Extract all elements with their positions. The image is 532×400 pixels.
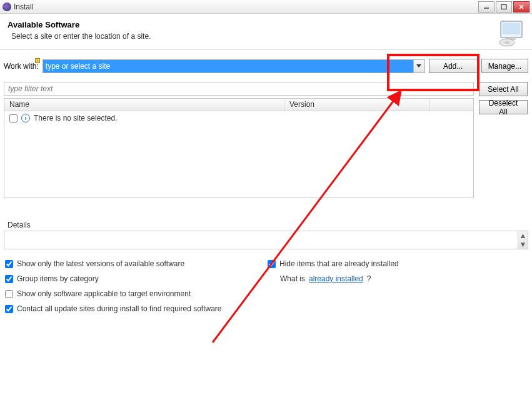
check-latest-versions-box[interactable] <box>5 260 13 268</box>
svg-point-8 <box>504 41 509 44</box>
check-applicable-environment-box[interactable] <box>5 290 13 298</box>
maximize-button[interactable] <box>496 1 512 12</box>
details-box[interactable]: ▲ ▼ <box>4 231 528 249</box>
whatis-prefix: What is <box>280 274 305 283</box>
page-title: Available Software <box>8 20 524 29</box>
check-group-by-category-label: Group items by category <box>17 274 99 283</box>
content-assist-decorator-icon: i <box>35 58 40 63</box>
column-version[interactable]: Version <box>284 99 429 111</box>
options-left-column: Show only the latest versions of availab… <box>5 259 268 313</box>
scroll-up-icon: ▲ <box>519 231 527 240</box>
window-buttons <box>478 1 529 12</box>
filter-field[interactable] <box>4 82 474 96</box>
filter-input[interactable] <box>7 84 471 94</box>
close-button[interactable] <box>513 1 529 12</box>
manage-button[interactable]: Manage... <box>481 59 528 73</box>
check-applicable-environment-label: Show only software applicable to target … <box>17 289 191 298</box>
table-row: i There is no site selected. <box>9 114 468 122</box>
work-with-input[interactable] <box>43 60 413 72</box>
titlebar: Install <box>0 0 532 14</box>
software-area: Name Version i There is no site selected… <box>0 98 532 198</box>
options-area: Show only the latest versions of availab… <box>0 249 532 317</box>
chevron-down-icon <box>416 64 421 68</box>
info-icon: i <box>21 114 30 122</box>
app-icon <box>3 2 11 11</box>
svg-rect-1 <box>501 4 506 9</box>
work-with-row: Work with: i Add... Manage... <box>0 50 532 82</box>
table-header: Name Version <box>4 99 473 111</box>
check-latest-versions-label: Show only the latest versions of availab… <box>17 259 184 268</box>
options-right-column: Hide items that are already installed Wh… <box>268 259 528 313</box>
add-button[interactable]: Add... <box>429 59 478 73</box>
check-contact-update-sites-box[interactable] <box>5 305 13 313</box>
whatis-suffix: ? <box>367 274 371 283</box>
check-contact-update-sites[interactable]: Contact all update sites during install … <box>5 304 268 313</box>
empty-message: There is no site selected. <box>34 114 117 122</box>
already-installed-text: What is already installed ? <box>268 274 528 283</box>
check-contact-update-sites-label: Contact all update sites during install … <box>17 304 222 313</box>
check-hide-installed-box[interactable] <box>268 260 276 268</box>
svg-rect-5 <box>503 23 520 34</box>
check-hide-installed[interactable]: Hide items that are already installed <box>268 259 528 268</box>
selection-buttons: Select All Deselect All <box>479 82 528 198</box>
install-banner-icon <box>496 20 526 49</box>
table-body: i There is no site selected. <box>4 111 473 125</box>
row-checkbox[interactable] <box>9 114 18 122</box>
check-applicable-environment[interactable]: Show only software applicable to target … <box>5 289 268 298</box>
header: Available Software Select a site or ente… <box>0 14 532 50</box>
svg-marker-9 <box>416 64 421 68</box>
check-group-by-category-box[interactable] <box>5 275 13 283</box>
software-table[interactable]: Name Version i There is no site selected… <box>4 98 474 198</box>
check-latest-versions[interactable]: Show only the latest versions of availab… <box>5 259 268 268</box>
scroll-down-icon: ▼ <box>519 240 527 249</box>
already-installed-link[interactable]: already installed <box>309 274 363 283</box>
check-group-by-category[interactable]: Group items by category <box>5 274 268 283</box>
column-spacer <box>429 99 473 111</box>
details-scrollbar[interactable]: ▲ ▼ <box>518 231 528 249</box>
deselect-all-button[interactable]: Deselect All <box>479 100 528 114</box>
work-with-label: Work with: i <box>4 62 39 71</box>
window-title: Install <box>14 2 478 11</box>
details-label: Details <box>8 221 528 229</box>
check-hide-installed-label: Hide items that are already installed <box>279 259 399 268</box>
minimize-button[interactable] <box>478 1 494 12</box>
work-with-dropdown-button[interactable] <box>413 60 424 72</box>
select-all-button[interactable]: Select All <box>479 82 528 96</box>
work-with-combo[interactable] <box>43 59 425 73</box>
column-name[interactable]: Name <box>4 99 284 111</box>
page-subtitle: Select a site or enter the location of a… <box>11 32 524 41</box>
